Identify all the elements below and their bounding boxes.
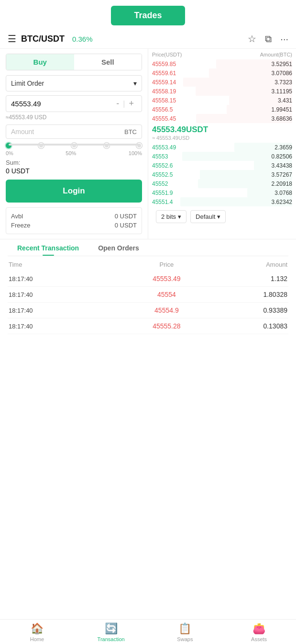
buy-order-row[interactable]: 45552.5 3.57267 bbox=[152, 170, 292, 179]
trans-price: 45555.28 bbox=[120, 322, 213, 330]
trans-price: 45554 bbox=[120, 291, 213, 298]
mid-price: 45553.49USDT bbox=[152, 123, 292, 135]
pair-name: BTC/USDT bbox=[21, 34, 65, 44]
slider-label-50: 50% bbox=[66, 150, 76, 156]
nav-transaction[interactable]: 🔄 Transaction bbox=[74, 622, 148, 642]
default-label: Default bbox=[196, 213, 215, 220]
plus-button[interactable]: + bbox=[126, 99, 137, 109]
nav-assets-label: Assets bbox=[251, 636, 267, 642]
sell-orders: 45559.85 3.52951 45559.61 3.07086 45559.… bbox=[152, 59, 292, 123]
home-icon: 🏠 bbox=[31, 622, 44, 635]
order-panel: Buy Sell Limit Order ▾ 45553.49 - | + ≈4… bbox=[0, 49, 148, 239]
sell-price: 45555.45 bbox=[152, 115, 176, 122]
sell-order-row[interactable]: 45559.14 3.7323 bbox=[152, 78, 292, 87]
sum-value: 0 USDT bbox=[6, 167, 142, 175]
avbl-label: Avbl bbox=[11, 213, 23, 220]
order-book: Price(USDT) Amount(BTC) 45559.85 3.52951… bbox=[148, 49, 296, 239]
col-time-header: Time bbox=[9, 261, 120, 268]
layout-icon[interactable]: ⧉ bbox=[265, 34, 272, 45]
trans-amount: 1.132 bbox=[213, 275, 287, 282]
table-row: 18:17:40 45554.9 0.93389 bbox=[8, 303, 288, 318]
trans-header: Time Price Amount bbox=[8, 261, 288, 268]
sell-order-row[interactable]: 45558.19 3.11195 bbox=[152, 87, 292, 96]
trans-amount: 0.93389 bbox=[213, 306, 287, 314]
sum-label: Sum: bbox=[6, 159, 142, 166]
top-header: Trades bbox=[0, 0, 296, 29]
avbl-row: Avbl 0 USDT bbox=[11, 212, 137, 221]
col-price-header: Price bbox=[120, 261, 213, 268]
nav-home[interactable]: 🏠 Home bbox=[0, 622, 74, 642]
bits-dropdown[interactable]: 2 bits ▾ bbox=[156, 210, 186, 223]
login-button[interactable]: Login bbox=[6, 180, 142, 203]
nav-assets[interactable]: 👛 Assets bbox=[222, 622, 296, 642]
price-value: 45553.49 bbox=[11, 100, 113, 108]
sell-tab[interactable]: Sell bbox=[74, 54, 142, 70]
tab-recent[interactable]: Recent Transaction bbox=[8, 239, 88, 256]
sell-order-row[interactable]: 45559.61 3.07086 bbox=[152, 68, 292, 78]
menu-icon[interactable]: ☰ bbox=[8, 33, 16, 45]
order-type-label: Limit Order bbox=[11, 79, 44, 87]
buy-price: 45551.4 bbox=[152, 199, 173, 205]
buy-tab[interactable]: Buy bbox=[6, 54, 74, 70]
sell-price: 45559.85 bbox=[152, 61, 176, 68]
price-input-row: 45553.49 - | + bbox=[6, 95, 142, 112]
buy-price: 45552 bbox=[152, 181, 168, 187]
sell-order-row[interactable]: 45556.5 1.99451 bbox=[152, 105, 292, 114]
buy-sell-tabs: Buy Sell bbox=[6, 54, 142, 70]
approx-usd: ≈45553.49 USD bbox=[6, 114, 142, 121]
buy-price: 45553.49 bbox=[152, 144, 176, 151]
default-dropdown[interactable]: Default ▾ bbox=[190, 210, 226, 223]
slider-container: 0% 50% 100% bbox=[6, 144, 142, 156]
order-type-dropdown[interactable]: Limit Order ▾ bbox=[6, 75, 142, 91]
table-row: 18:17:40 45555.28 0.13083 bbox=[8, 318, 288, 334]
mid-approx: ≈ 45553.49USD bbox=[152, 135, 292, 141]
buy-price: 45551.9 bbox=[152, 190, 173, 196]
freeze-row: Freeze 0 USDT bbox=[11, 221, 137, 230]
star-icon[interactable]: ☆ bbox=[248, 33, 256, 45]
sell-order-row[interactable]: 45559.85 3.52951 bbox=[152, 59, 292, 68]
col-amount-header: Amount bbox=[213, 261, 287, 268]
slider-track bbox=[9, 144, 139, 146]
buy-order-row[interactable]: 45553.49 2.3659 bbox=[152, 143, 292, 152]
freeze-value: 0 USDT bbox=[115, 222, 137, 229]
buy-order-row[interactable]: 45551.9 3.0768 bbox=[152, 188, 292, 197]
trans-time: 18:17:40 bbox=[9, 291, 120, 298]
ticker-actions: ☆ ⧉ ··· bbox=[248, 33, 288, 45]
separator: | bbox=[123, 100, 125, 108]
buy-order-row[interactable]: 45551.4 3.62342 bbox=[152, 197, 292, 206]
ob-col-amount: Amount(BTC) bbox=[260, 52, 292, 57]
buy-order-row[interactable]: 45552.6 3.43438 bbox=[152, 161, 292, 170]
nav-swaps[interactable]: 📋 Swaps bbox=[148, 622, 222, 642]
buy-price: 45552.5 bbox=[152, 171, 173, 178]
buy-price: 45553 bbox=[152, 153, 168, 160]
ob-header: Price(USDT) Amount(BTC) bbox=[152, 52, 292, 57]
buy-order-row[interactable]: 45553 0.82506 bbox=[152, 152, 292, 161]
default-chevron: ▾ bbox=[217, 213, 220, 220]
trans-time: 18:17:40 bbox=[9, 323, 120, 330]
freeze-label: Freeze bbox=[11, 222, 30, 229]
sell-order-row[interactable]: 45555.45 3.68636 bbox=[152, 114, 292, 123]
table-row: 18:17:40 45553.49 1.132 bbox=[8, 271, 288, 287]
swaps-icon: 📋 bbox=[178, 622, 191, 635]
trans-price: 45554.9 bbox=[120, 306, 213, 314]
buy-orders: 45553.49 2.3659 45553 0.82506 45552.6 3.… bbox=[152, 143, 292, 206]
minus-button[interactable]: - bbox=[113, 99, 122, 109]
amount-input-row[interactable]: Amount BTC bbox=[6, 124, 142, 139]
sell-price: 45559.14 bbox=[152, 79, 176, 86]
buy-price: 45552.6 bbox=[152, 162, 173, 169]
ticker-bar: ☰ BTC/USDT 0.36% ☆ ⧉ ··· bbox=[0, 29, 296, 49]
trans-time: 18:17:40 bbox=[9, 307, 120, 314]
buy-order-row[interactable]: 45552 2.20918 bbox=[152, 179, 292, 188]
sell-order-row[interactable]: 45558.15 3.431 bbox=[152, 96, 292, 105]
amount-currency: BTC bbox=[124, 128, 137, 136]
nav-transaction-label: Transaction bbox=[98, 636, 125, 642]
balance-box: Avbl 0 USDT Freeze 0 USDT bbox=[6, 207, 142, 234]
sell-price: 45558.19 bbox=[152, 88, 176, 95]
trades-button[interactable]: Trades bbox=[111, 6, 185, 25]
tab-open-orders[interactable]: Open Orders bbox=[88, 239, 149, 256]
bits-label: 2 bits bbox=[161, 213, 176, 220]
amount-placeholder: Amount bbox=[11, 128, 124, 136]
more-icon[interactable]: ··· bbox=[280, 34, 288, 45]
table-row: 18:17:40 45554 1.80328 bbox=[8, 287, 288, 303]
nav-home-label: Home bbox=[30, 636, 44, 642]
